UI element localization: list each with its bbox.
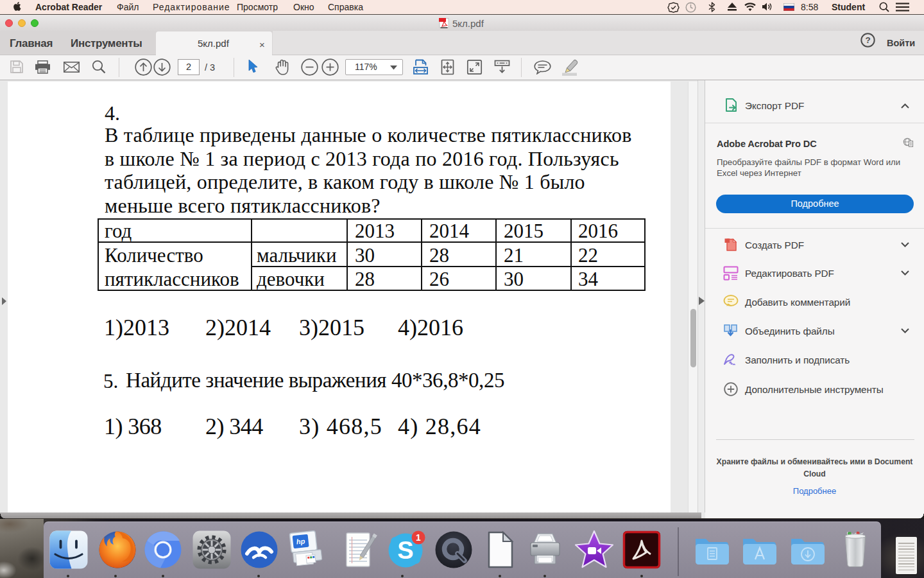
svg-text:S: S (397, 537, 413, 564)
svg-text:hp: hp (296, 537, 305, 545)
svg-text:1: 1 (416, 532, 421, 543)
svg-text:?: ? (865, 35, 870, 45)
